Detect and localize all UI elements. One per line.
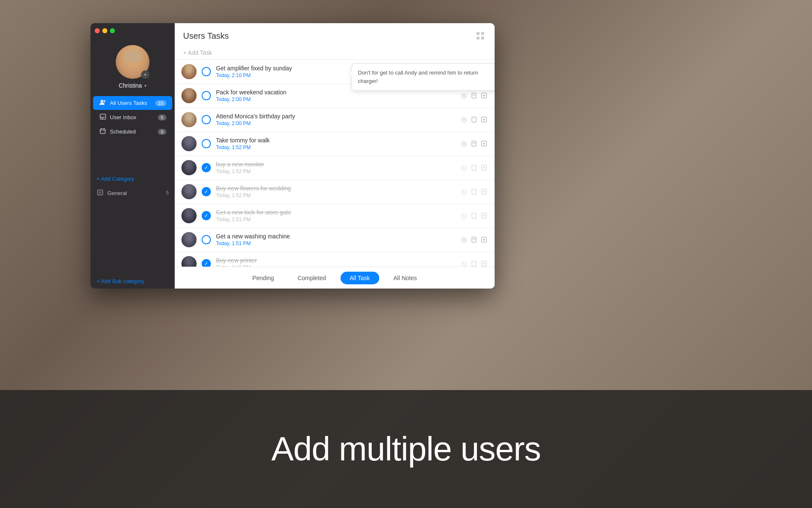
task-checkbox[interactable] (202, 187, 211, 196)
add-user-icon: + (144, 72, 146, 77)
maximize-button[interactable] (110, 28, 115, 33)
inbox-icon (99, 114, 106, 121)
task-item: Get amplifier fixed by sunday Today, 2:1… (175, 60, 495, 84)
alarm-icon[interactable] (460, 236, 468, 243)
note-icon[interactable] (470, 188, 478, 195)
add-icon[interactable] (480, 236, 488, 243)
sidebar-item-user-inbox[interactable]: User Inbox 5 (93, 110, 172, 124)
sidebar-item-user-inbox-label: User Inbox (110, 114, 154, 120)
task-title: Take tommy for walk (216, 137, 455, 144)
avatar (181, 208, 197, 223)
sidebar-item-general[interactable]: General 5 (91, 186, 175, 200)
task-info: Get a new washing machine Today, 1:51 PM (216, 233, 455, 246)
task-checkbox[interactable] (202, 115, 211, 124)
svg-point-1 (104, 100, 106, 102)
alarm-icon[interactable] (460, 260, 468, 267)
add-icon[interactable] (480, 260, 488, 267)
task-checkbox[interactable] (202, 235, 211, 244)
task-time: Today, 1:51 PM (216, 217, 455, 222)
task-info: Get a new lock for store gate Today, 1:5… (216, 209, 455, 222)
task-list: Get amplifier fixed by sunday Today, 2:1… (175, 60, 495, 267)
svg-rect-12 (481, 32, 484, 35)
svg-rect-50 (472, 165, 476, 170)
task-time: Today, 1:52 PM (216, 193, 455, 198)
task-time: Today, 1:49 PM (216, 265, 455, 267)
task-checkbox[interactable] (202, 91, 211, 100)
add-icon[interactable] (480, 188, 488, 195)
note-icon[interactable] (470, 212, 478, 219)
svg-rect-74 (472, 261, 476, 266)
alarm-icon[interactable] (460, 164, 468, 171)
note-icon[interactable] (470, 92, 478, 99)
task-actions (460, 164, 488, 171)
task-checkbox[interactable] (202, 67, 211, 76)
alarm-icon[interactable] (460, 116, 468, 123)
task-actions (460, 260, 488, 267)
add-icon[interactable] (480, 92, 488, 99)
user-profile: + Christina ▾ (91, 38, 175, 94)
note-text: Don't for get to call Andy and remind hi… (358, 70, 478, 84)
note-icon[interactable] (470, 236, 478, 243)
note-icon[interactable] (470, 164, 478, 171)
user-name-row: Christina ▾ (119, 82, 146, 89)
alarm-icon[interactable] (460, 140, 468, 147)
sidebar-item-all-users-tasks[interactable]: All Users Tasks 10 (93, 96, 172, 110)
svg-point-49 (462, 166, 466, 170)
task-item: Get a new washing machine Today, 1:51 PM (175, 228, 495, 252)
alarm-icon[interactable] (460, 212, 468, 219)
task-item: Get a new lock for store gate Today, 1:5… (175, 204, 495, 228)
svg-rect-2 (100, 114, 106, 119)
task-note-popup: Don't for get to call Andy and remind hi… (351, 63, 495, 91)
task-checkbox[interactable] (202, 163, 211, 172)
task-title: buy a new monitor (216, 161, 455, 168)
svg-point-73 (462, 262, 466, 266)
task-checkbox[interactable] (202, 211, 211, 220)
add-subcategory-button[interactable]: + Add Sub category (91, 274, 175, 289)
task-item: Attend Monica's birthday party Today, 2:… (175, 108, 495, 132)
task-actions (460, 116, 488, 123)
add-icon[interactable] (480, 140, 488, 147)
add-icon[interactable] (480, 116, 488, 123)
avatar (181, 64, 197, 79)
task-item: buy a new monitor Today, 1:52 PM (175, 156, 495, 180)
tab-pending[interactable]: Pending (243, 272, 283, 284)
task-title: Buy new printer (216, 257, 455, 264)
svg-point-54 (462, 190, 466, 194)
add-icon[interactable] (480, 212, 488, 219)
task-checkbox[interactable] (202, 259, 211, 267)
task-actions (460, 212, 488, 219)
note-icon[interactable] (470, 140, 478, 147)
task-checkbox[interactable] (202, 139, 211, 148)
avatar (181, 160, 197, 175)
sidebar-item-scheduled[interactable]: Scheduled 0 (93, 125, 172, 139)
svg-line-27 (464, 96, 465, 97)
task-info: Pack for weekend vacation Today, 2:00 PM (216, 89, 455, 102)
chevron-down-icon[interactable]: ▾ (144, 83, 146, 88)
task-title: Get a new washing machine (216, 233, 455, 240)
add-icon[interactable] (480, 164, 488, 171)
note-icon[interactable] (470, 116, 478, 123)
task-info: Buy new flowers for wedding Today, 1:52 … (216, 185, 455, 198)
svg-rect-13 (477, 37, 479, 40)
svg-rect-14 (481, 37, 484, 40)
task-item: Buy new printer Today, 1:49 PM (175, 252, 495, 267)
task-actions (460, 236, 488, 243)
tab-completed[interactable]: Completed (288, 272, 335, 284)
grid-view-button[interactable] (474, 30, 486, 42)
tab-all-notes[interactable]: All Notes (384, 272, 426, 284)
note-icon[interactable] (470, 260, 478, 267)
minimize-button[interactable] (102, 28, 107, 33)
sidebar-item-general-label: General (107, 190, 162, 196)
bottom-banner: Add multiple users (0, 390, 812, 508)
alarm-icon[interactable] (460, 188, 468, 195)
task-actions (460, 92, 488, 99)
svg-point-0 (101, 100, 103, 102)
task-info: buy a new monitor Today, 1:52 PM (216, 161, 455, 174)
add-category-button[interactable]: + Add Category (91, 171, 175, 186)
add-user-button[interactable]: + (141, 70, 149, 79)
add-task-button[interactable]: + Add Task (183, 46, 486, 59)
sidebar-item-all-users-tasks-label: All Users Tasks (110, 100, 152, 106)
tab-all-task[interactable]: All Task (341, 272, 379, 284)
alarm-icon[interactable] (460, 92, 468, 99)
close-button[interactable] (95, 28, 100, 33)
